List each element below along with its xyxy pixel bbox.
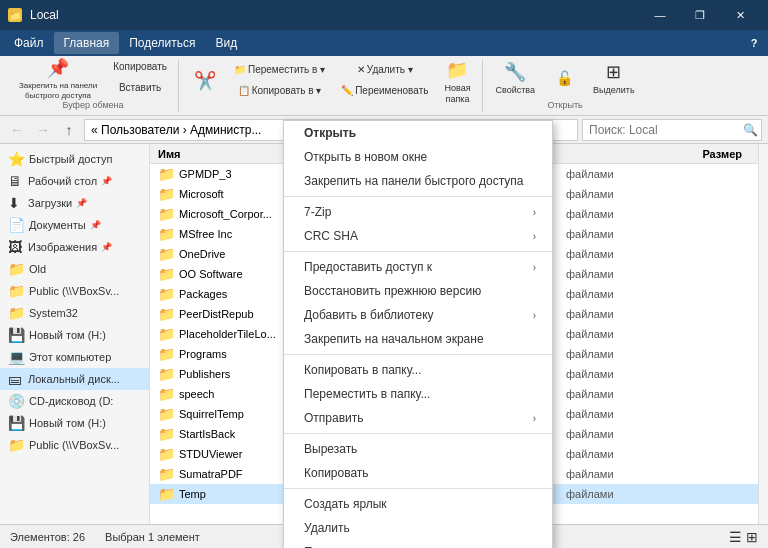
ctx-item-1[interactable]: Открыть в новом окне bbox=[284, 145, 552, 169]
new-folder-button[interactable]: 📁 Новаяпапка bbox=[437, 60, 477, 104]
ctx-item-20[interactable]: Удалить bbox=[284, 516, 552, 540]
forward-button[interactable]: → bbox=[32, 119, 54, 141]
rename-label: Переименовать bbox=[355, 85, 428, 96]
file-type: файлами bbox=[566, 208, 666, 220]
sidebar-item-public[interactable]: 📁 Public (\\VBoxSv... bbox=[0, 280, 149, 302]
view-tiles-icon[interactable]: ⊞ bbox=[746, 529, 758, 545]
sidebar-item-localdisk[interactable]: 🖴 Локальный диск... bbox=[0, 368, 149, 390]
sidebar-item-system32-label: System32 bbox=[29, 307, 78, 319]
ctx-item-17[interactable]: Копировать bbox=[284, 461, 552, 485]
new-folder-label: Новаяпапка bbox=[444, 83, 470, 105]
paste-label: Вставить bbox=[119, 82, 161, 93]
ctx-item-12[interactable]: Копировать в папку... bbox=[284, 358, 552, 382]
menu-home[interactable]: Главная bbox=[54, 32, 120, 54]
move-to-label: Переместить в ▾ bbox=[248, 64, 325, 75]
ctx-item-13[interactable]: Переместить в папку... bbox=[284, 382, 552, 406]
ctx-item-0[interactable]: Открыть bbox=[284, 121, 552, 145]
sidebar-item-public2-label: Public (\\VBoxSv... bbox=[29, 439, 119, 451]
select-button[interactable]: ⊞ Выделить bbox=[586, 57, 642, 101]
sidebar-item-desktop-label: Рабочий стол bbox=[28, 175, 97, 187]
arrow-icon: › bbox=[533, 207, 536, 218]
menu-bar: Файл Главная Поделиться Вид ? bbox=[0, 30, 768, 56]
delete-icon: ✕ bbox=[357, 64, 365, 75]
ctx-item-14[interactable]: Отправить› bbox=[284, 406, 552, 430]
sidebar-item-desktop[interactable]: 🖥 Рабочий стол 📌 bbox=[0, 170, 149, 192]
search-input[interactable] bbox=[589, 123, 739, 137]
col-header-size[interactable]: Размер bbox=[670, 148, 750, 160]
pin-to-quickaccess-button[interactable]: 📌 Закрепить на панелибыстрого доступа bbox=[12, 57, 104, 101]
move-to-button[interactable]: 📁 Переместить в ▾ bbox=[227, 60, 332, 80]
images-icon: 🖼 bbox=[8, 239, 24, 255]
toolbar-group-open: 🔧 Свойства 🔓 ⊞ Выделить Открыть bbox=[485, 60, 646, 112]
view-details-icon[interactable]: ☰ bbox=[729, 529, 742, 545]
ctx-item-19[interactable]: Создать ярлык bbox=[284, 492, 552, 516]
pin-icon-downloads: 📌 bbox=[76, 198, 87, 208]
sidebar-item-cddrive[interactable]: 💿 CD-дисковод (D: bbox=[0, 390, 149, 412]
localdisk-icon: 🖴 bbox=[8, 371, 24, 387]
delete-button[interactable]: ✕ Удалить ▾ bbox=[334, 60, 435, 80]
public-icon: 📁 bbox=[8, 283, 25, 299]
context-menu[interactable]: ОткрытьОткрыть в новом окнеЗакрепить на … bbox=[283, 120, 553, 548]
up-button[interactable]: ↑ bbox=[58, 119, 80, 141]
folder-icon: 📁 bbox=[158, 286, 175, 302]
ctx-item-21[interactable]: Переименовать bbox=[284, 540, 552, 548]
open-button[interactable]: 🔓 bbox=[544, 57, 584, 101]
close-button[interactable]: ✕ bbox=[720, 0, 760, 30]
sidebar-item-documents-label: Документы bbox=[29, 219, 86, 231]
ctx-separator bbox=[284, 433, 552, 434]
folder-icon: 📁 bbox=[158, 306, 175, 322]
sidebar-item-old[interactable]: 📁 Old bbox=[0, 258, 149, 280]
ctx-item-10[interactable]: Закрепить на начальном экране bbox=[284, 327, 552, 351]
folder-icon: 📁 bbox=[158, 266, 175, 282]
arrow-icon: › bbox=[533, 310, 536, 321]
copy-button[interactable]: Копировать bbox=[106, 57, 174, 77]
sidebar-item-newtom[interactable]: 💾 Новый том (H:) bbox=[0, 324, 149, 346]
sidebar-item-newtom2[interactable]: 💾 Новый том (H:) bbox=[0, 412, 149, 434]
file-type: файлами bbox=[566, 428, 666, 440]
ctx-separator bbox=[284, 196, 552, 197]
file-type: файлами bbox=[566, 168, 666, 180]
ctx-label: Вырезать bbox=[304, 442, 357, 456]
move-to-icon: 📁 bbox=[234, 64, 246, 75]
file-type: файлами bbox=[566, 228, 666, 240]
sidebar-item-downloads[interactable]: ⬇ Загрузки 📌 bbox=[0, 192, 149, 214]
sidebar-item-images[interactable]: 🖼 Изображения 📌 bbox=[0, 236, 149, 258]
sidebar-item-quickaccess-label: Быстрый доступ bbox=[29, 153, 113, 165]
menu-file[interactable]: Файл bbox=[4, 32, 54, 54]
ctx-item-8[interactable]: Восстановить прежнюю версию bbox=[284, 279, 552, 303]
cut-button[interactable]: ✂️ bbox=[185, 60, 225, 104]
sidebar-item-system32[interactable]: 📁 System32 bbox=[0, 302, 149, 324]
scissors-icon: ✂️ bbox=[194, 70, 216, 92]
sidebar-item-public2[interactable]: 📁 Public (\\VBoxSv... bbox=[0, 434, 149, 456]
ctx-item-2[interactable]: Закрепить на панели быстрого доступа bbox=[284, 169, 552, 193]
menu-share[interactable]: Поделиться bbox=[119, 32, 205, 54]
ctx-item-7[interactable]: Предоставить доступ к› bbox=[284, 255, 552, 279]
file-type: файлами bbox=[566, 348, 666, 360]
sidebar-item-downloads-label: Загрузки bbox=[28, 197, 72, 209]
arrow-icon: › bbox=[533, 262, 536, 273]
back-button[interactable]: ← bbox=[6, 119, 28, 141]
properties-button[interactable]: 🔧 Свойства bbox=[489, 57, 543, 101]
open-icon: 🔓 bbox=[556, 70, 573, 86]
maximize-button[interactable]: ❐ bbox=[680, 0, 720, 30]
sidebar-item-documents[interactable]: 📄 Документы 📌 bbox=[0, 214, 149, 236]
ctx-item-4[interactable]: 7-Zip› bbox=[284, 200, 552, 224]
pin-label: Закрепить на панелибыстрого доступа bbox=[19, 81, 97, 100]
search-icon: 🔍 bbox=[743, 123, 758, 137]
minimize-button[interactable]: — bbox=[640, 0, 680, 30]
file-type: файлами bbox=[566, 368, 666, 380]
ctx-item-16[interactable]: Вырезать bbox=[284, 437, 552, 461]
ctx-item-9[interactable]: Добавить в библиотеку› bbox=[284, 303, 552, 327]
help-button[interactable]: ? bbox=[744, 33, 764, 53]
ctx-item-5[interactable]: CRC SHA› bbox=[284, 224, 552, 248]
rename-button[interactable]: ✏️ Переименовать bbox=[334, 81, 435, 101]
file-type: файлами bbox=[566, 468, 666, 480]
old-icon: 📁 bbox=[8, 261, 25, 277]
sidebar-item-thispc[interactable]: 💻 Этот компьютер bbox=[0, 346, 149, 368]
newtom2-icon: 💾 bbox=[8, 415, 25, 431]
paste-button[interactable]: Вставить bbox=[106, 78, 174, 98]
copy-to-button[interactable]: 📋 Копировать в ▾ bbox=[227, 81, 332, 101]
sidebar-item-quickaccess[interactable]: ⭐ Быстрый доступ bbox=[0, 148, 149, 170]
ctx-label: Создать ярлык bbox=[304, 497, 387, 511]
menu-view[interactable]: Вид bbox=[205, 32, 247, 54]
